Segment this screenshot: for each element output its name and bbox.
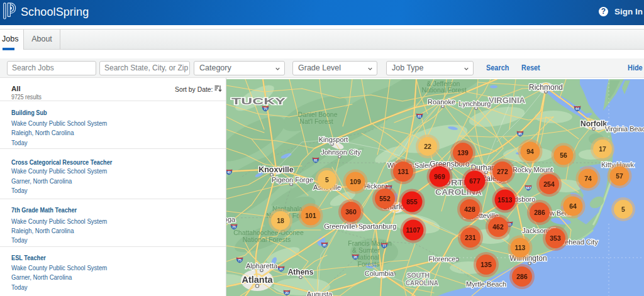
svg-text:81: 81	[314, 158, 318, 162]
svg-text:Alpharetta: Alpharetta	[246, 262, 278, 270]
svg-text:Richmond: Richmond	[529, 83, 563, 92]
svg-text:101: 101	[305, 212, 316, 219]
svg-text:360: 360	[345, 208, 357, 216]
svg-text:677: 677	[469, 177, 480, 185]
svg-text:Forests: Forests	[357, 260, 379, 268]
svg-text:17: 17	[599, 145, 606, 153]
svg-text:135: 135	[480, 261, 492, 268]
svg-text:56: 56	[560, 151, 567, 159]
svg-text:855: 855	[406, 198, 418, 206]
svg-text:131: 131	[397, 168, 409, 175]
svg-text:552: 552	[379, 195, 391, 202]
svg-text:231: 231	[465, 234, 476, 241]
svg-text:462: 462	[492, 223, 504, 231]
svg-text:64: 64	[575, 107, 579, 111]
svg-text:85: 85	[518, 132, 522, 136]
svg-text:75: 75	[238, 258, 242, 262]
svg-text:Augusta: Augusta	[307, 290, 333, 296]
svg-text:Pigeon Forge: Pigeon Forge	[272, 176, 313, 184]
svg-text:National Forest: National Forest	[421, 86, 466, 94]
svg-text:Knoxville: Knoxville	[258, 165, 294, 174]
svg-text:National Forests: National Forests	[243, 236, 291, 243]
svg-text:428: 428	[464, 206, 475, 213]
svg-text:286: 286	[534, 209, 545, 216]
svg-text:81: 81	[418, 114, 421, 118]
svg-text:77: 77	[382, 244, 386, 248]
svg-text:SOUTH: SOUTH	[407, 271, 430, 279]
svg-text:Myrtle Beach: Myrtle Beach	[466, 280, 506, 288]
svg-text:94: 94	[526, 148, 534, 155]
svg-text:353: 353	[550, 234, 561, 242]
svg-text:Atlanta: Atlanta	[242, 275, 273, 285]
svg-text:1513: 1513	[497, 196, 513, 204]
svg-text:Johnson City: Johnson City	[321, 148, 361, 156]
svg-text:272: 272	[497, 168, 508, 175]
svg-text:40: 40	[227, 170, 231, 174]
svg-text:75: 75	[232, 225, 236, 229]
svg-text:64: 64	[569, 202, 577, 210]
svg-text:254: 254	[543, 180, 555, 188]
svg-text:22: 22	[424, 143, 431, 150]
svg-text:20: 20	[285, 291, 289, 295]
svg-text:587: 587	[526, 186, 531, 190]
svg-text:VIRGINIA: VIRGINIA	[489, 96, 526, 105]
svg-text:5: 5	[621, 206, 625, 213]
svg-text:Norfolk: Norfolk	[580, 119, 607, 128]
svg-text:Lynchburg: Lynchburg	[459, 100, 491, 107]
svg-text:109: 109	[350, 178, 361, 185]
svg-text:TUCKY: TUCKY	[231, 96, 286, 106]
svg-text:26: 26	[353, 255, 357, 259]
svg-text:Roanoke: Roanoke	[428, 98, 455, 106]
svg-text:Kingsport: Kingsport	[319, 136, 348, 143]
svg-text:Athens: Athens	[288, 268, 314, 277]
svg-text:18: 18	[277, 217, 284, 224]
svg-text:969: 969	[434, 173, 445, 180]
svg-text:139: 139	[457, 149, 469, 156]
svg-text:Virginia Beach: Virginia Beach	[605, 125, 644, 133]
svg-text:57: 57	[616, 172, 623, 180]
svg-text:75: 75	[264, 107, 267, 111]
svg-text:oga: oga	[226, 216, 236, 223]
svg-text:5: 5	[325, 176, 329, 184]
svg-text:Nat'l Forest: Nat'l Forest	[299, 118, 333, 125]
svg-text:1107: 1107	[406, 226, 421, 234]
svg-text:113: 113	[515, 244, 526, 251]
svg-text:Florence: Florence	[429, 255, 456, 263]
svg-text:286: 286	[516, 273, 528, 280]
svg-text:74: 74	[584, 175, 592, 182]
svg-text:Columbia: Columbia	[365, 270, 394, 277]
svg-text:85: 85	[323, 243, 326, 247]
svg-text:85: 85	[279, 267, 283, 271]
svg-text:CAROLINA: CAROLINA	[406, 279, 438, 287]
svg-text:Spartanburg: Spartanburg	[358, 222, 397, 230]
